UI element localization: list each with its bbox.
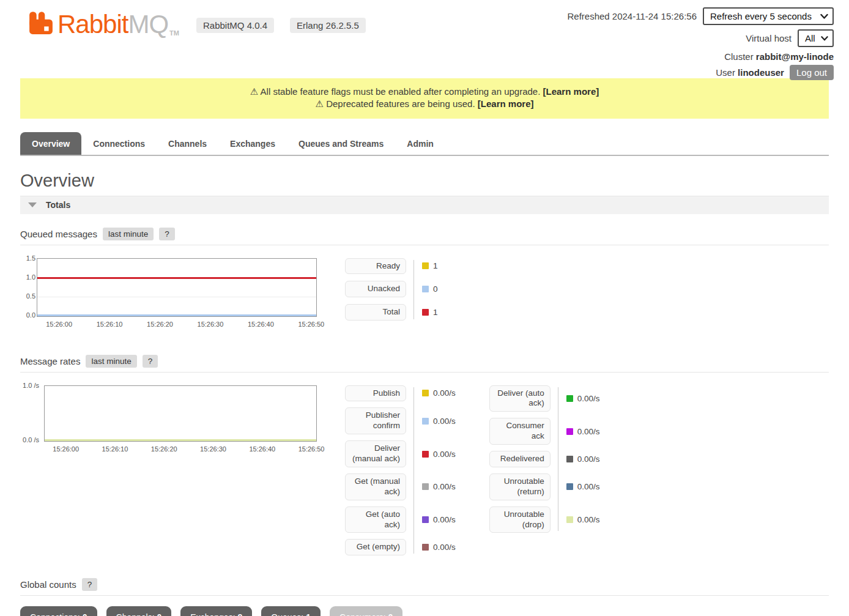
count-value: 0 (83, 612, 87, 616)
rates-range-badge[interactable]: last minute (86, 355, 136, 368)
count-exchanges: Exchanges:8 (180, 606, 252, 616)
legend-swatch (422, 309, 429, 316)
y-tick: 0.5 (15, 292, 35, 300)
vhost-label: Virtual host (746, 33, 792, 43)
legend-rate: 0.00/s (577, 482, 600, 491)
legend-row: Ready 1 (345, 258, 438, 275)
queued-help-badge[interactable]: ? (159, 228, 175, 240)
erlang-version-badge: Erlang 26.2.5.5 (290, 18, 366, 33)
user-name: linodeuser (738, 67, 784, 78)
legend-swatch (422, 418, 429, 425)
header: RabbitMQ TM RabbitMQ 4.0.4 Erlang 26.2.5… (20, 0, 829, 76)
legend-value: 0 (433, 284, 438, 294)
global-help-badge[interactable]: ? (82, 578, 98, 591)
tab-exchanges[interactable]: Exchanges (218, 132, 287, 155)
legend-swatch (422, 516, 429, 523)
legend-swatch (422, 544, 429, 551)
legend-label-deliver-manual-ack: Deliver (manual ack) (345, 440, 406, 467)
legend-swatch (422, 262, 429, 269)
rabbitmq-version-badge: RabbitMQ 4.0.4 (196, 18, 274, 33)
banner-text: ⚠ Deprecated features are being used. (316, 98, 475, 109)
y-tick: 0.0 /s (18, 436, 39, 443)
tab-admin[interactable]: Admin (395, 132, 445, 155)
x-tick: 15:26:00 (53, 445, 79, 453)
legend-swatch (566, 516, 573, 523)
tab-channels[interactable]: Channels (157, 132, 218, 155)
legend-swatch (566, 395, 573, 402)
trademark-label: TM (169, 29, 179, 37)
learn-more-link[interactable]: [Learn more] (478, 98, 534, 109)
page-title: Overview (20, 171, 829, 191)
learn-more-link[interactable]: [Learn more] (543, 86, 599, 97)
legend-label-publisher-confirm: Publisher confirm (345, 407, 406, 434)
message-rates-title: Message rates (20, 356, 80, 366)
legend-label-get-auto-ack: Get (auto ack) (345, 507, 406, 533)
user-label: User (716, 67, 735, 78)
triangle-down-icon (28, 202, 37, 207)
y-tick: 1.0 /s (18, 382, 39, 389)
legend-rate: 0.00/s (433, 543, 456, 552)
totals-label: Totals (46, 200, 70, 210)
refresh-interval-select[interactable]: Refresh every 5 seconds (703, 7, 834, 25)
count-label: Exchanges: (190, 612, 235, 616)
x-tick: 15:26:20 (147, 321, 173, 328)
rabbitmq-logo-icon (28, 10, 54, 35)
tab-overview[interactable]: Overview (20, 132, 81, 155)
x-tick: 15:26:30 (198, 321, 224, 328)
rates-help-badge[interactable]: ? (143, 355, 158, 368)
tab-queues-and-streams[interactable]: Queues and Streams (287, 132, 395, 155)
queued-messages-title: Queued messages (20, 229, 97, 239)
x-tick: 15:26:40 (248, 321, 274, 328)
legend-label-consumer-ack: Consumer ack (489, 418, 551, 445)
legend-rate: 0.00/s (577, 427, 600, 436)
count-label: Queues: (271, 612, 303, 616)
banner-line-feature-flags: ⚠ All stable feature flags must be enabl… (26, 86, 823, 98)
count-value: 1 (306, 612, 311, 616)
legend-rate: 0.00/s (577, 515, 600, 524)
count-queues: Queues:1 (261, 606, 321, 616)
legend-value: 1 (433, 308, 438, 317)
queued-messages-chart: 1.5 1.0 0.5 0.0 15:26:00 15:26:10 15:26:… (20, 258, 317, 330)
legend-swatch (422, 451, 429, 458)
legend-rate: 0.00/s (433, 417, 456, 426)
legend-rate: 0.00/s (577, 455, 600, 464)
message-rates-header: Message rates last minute ? (20, 355, 829, 373)
x-tick: 15:26:40 (249, 445, 275, 453)
vhost-select[interactable]: All (798, 29, 834, 47)
x-tick: 15:26:10 (97, 321, 123, 328)
legend-label-unacked: Unacked (345, 281, 406, 297)
global-counts-header: Global counts ? (20, 578, 829, 596)
legend-swatch (566, 428, 573, 435)
logout-button[interactable]: Log out (790, 65, 834, 80)
y-tick: 1.5 (15, 254, 35, 262)
legend-label-total: Total (345, 304, 406, 321)
legend-label-get-manual-ack: Get (manual ack) (345, 473, 406, 500)
legend-rate: 0.00/s (433, 388, 456, 398)
count-label: Connections: (30, 612, 80, 616)
queued-messages-legend: Ready 1 Unacked 0 Total 1 (345, 258, 438, 328)
legend-label-deliver-auto-ack: Deliver (auto ack) (489, 385, 551, 412)
count-label: Consumers: (339, 612, 385, 616)
legend-swatch (422, 390, 429, 396)
legend-label-unroutable-drop: Unroutable (drop) (489, 507, 551, 533)
legend-rate: 0.00/s (433, 482, 456, 491)
banner-line-deprecated: ⚠ Deprecated features are being used. [L… (26, 98, 823, 110)
tab-connections[interactable]: Connections (81, 132, 157, 155)
main-nav-tabs: Overview Connections Channels Exchanges … (20, 132, 829, 156)
totals-section-toggle[interactable]: Totals (20, 196, 829, 214)
series-line-flat-zero (45, 439, 316, 441)
x-tick: 15:26:50 (298, 321, 324, 328)
cluster-name: rabbit@my-linode (756, 51, 834, 62)
message-rates-legend-col1: Publish0.00/s Publisher confirm0.00/s De… (345, 385, 456, 562)
x-tick: 15:26:30 (200, 445, 226, 453)
legend-label-get-empty: Get (empty) (345, 539, 406, 555)
count-value: 0 (388, 612, 393, 616)
banner-text: ⚠ All stable feature flags must be enabl… (250, 86, 541, 97)
legend-swatch (566, 456, 573, 462)
cluster-label: Cluster (724, 51, 754, 62)
count-value: 8 (238, 612, 243, 616)
count-channels: Channels:0 (106, 606, 172, 616)
global-counts-row: Connections:0 Channels:0 Exchanges:8 Que… (20, 606, 829, 616)
legend-rate: 0.00/s (433, 450, 456, 459)
queued-range-badge[interactable]: last minute (103, 228, 154, 240)
